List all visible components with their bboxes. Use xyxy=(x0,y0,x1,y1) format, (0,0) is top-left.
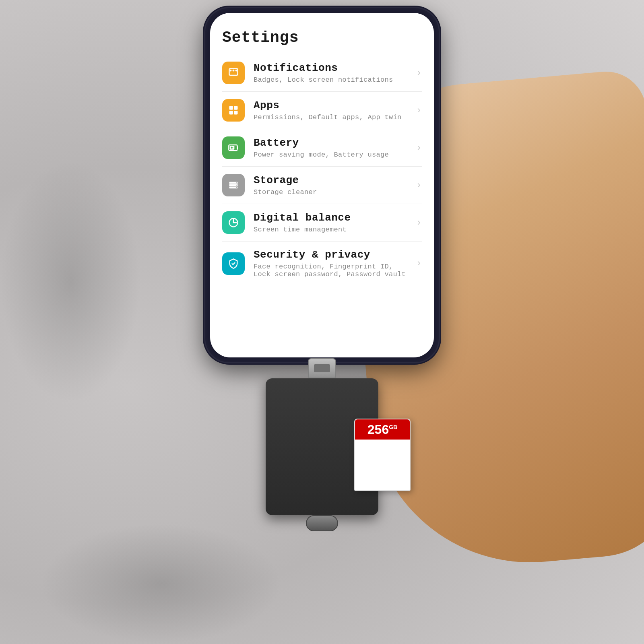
svg-rect-6 xyxy=(229,111,233,114)
svg-rect-4 xyxy=(229,106,233,110)
security-privacy-text: Security & privacy Face recognition, Fin… xyxy=(254,249,412,278)
settings-title: Settings xyxy=(222,29,422,46)
phone-device: Settings Notifications Badges, Lock scre… xyxy=(205,8,439,362)
svg-rect-7 xyxy=(234,111,237,114)
usb-reader: 256GB Memory Card xyxy=(266,358,378,531)
svg-point-16 xyxy=(236,187,237,188)
digital-balance-icon xyxy=(222,211,245,234)
svg-point-1 xyxy=(230,70,232,72)
security-privacy-icon xyxy=(222,252,245,275)
settings-item-digital-balance[interactable]: Digital balance Screen time management › xyxy=(222,204,422,242)
notifications-title: Notifications xyxy=(254,62,412,74)
background-shadow-bottom xyxy=(40,523,282,644)
memory-card-strip: 256GB xyxy=(355,419,410,440)
notifications-subtitle: Badges, Lock screen notifications xyxy=(254,76,412,84)
usb-c-connector xyxy=(306,515,338,531)
svg-rect-10 xyxy=(237,147,238,149)
svg-rect-5 xyxy=(234,106,237,110)
apps-icon xyxy=(222,99,245,122)
usb-connector-top xyxy=(308,358,336,378)
battery-subtitle: Power saving mode, Battery usage xyxy=(254,151,412,159)
notifications-chevron: › xyxy=(416,68,422,78)
svg-point-2 xyxy=(233,70,235,72)
notifications-text: Notifications Badges, Lock screen notifi… xyxy=(254,62,412,84)
memory-card-white-area xyxy=(355,440,410,491)
apps-chevron: › xyxy=(416,105,422,116)
battery-icon xyxy=(222,136,245,159)
settings-item-security-privacy[interactable]: Security & privacy Face recognition, Fin… xyxy=(222,242,422,285)
apps-text: Apps Permissions, Default apps, App twin xyxy=(254,99,412,121)
storage-title: Storage xyxy=(254,174,412,186)
svg-point-14 xyxy=(236,182,237,183)
background-shadow-left xyxy=(0,161,141,402)
storage-text: Storage Storage cleaner xyxy=(254,174,412,196)
digital-balance-text: Digital balance Screen time management xyxy=(254,212,412,233)
svg-point-3 xyxy=(235,70,237,72)
settings-item-battery[interactable]: Battery Power saving mode, Battery usage… xyxy=(222,129,422,167)
security-privacy-title: Security & privacy xyxy=(254,249,412,261)
settings-list: Notifications Badges, Lock screen notifi… xyxy=(222,54,422,285)
battery-text: Battery Power saving mode, Battery usage xyxy=(254,137,412,159)
settings-screen: Settings Notifications Badges, Lock scre… xyxy=(210,13,434,357)
digital-balance-chevron: › xyxy=(416,217,422,228)
storage-icon xyxy=(222,174,245,196)
memory-card: 256GB Memory Card xyxy=(354,419,411,491)
phone-wrapper: Settings Notifications Badges, Lock scre… xyxy=(185,8,459,370)
settings-item-notifications[interactable]: Notifications Badges, Lock screen notifi… xyxy=(222,54,422,92)
battery-chevron: › xyxy=(416,142,422,153)
settings-item-apps[interactable]: Apps Permissions, Default apps, App twin… xyxy=(222,92,422,129)
storage-subtitle: Storage cleaner xyxy=(254,188,412,196)
digital-balance-title: Digital balance xyxy=(254,212,412,224)
memory-card-size: 256GB xyxy=(367,422,397,437)
security-privacy-subtitle: Face recognition, Fingerprint ID, Lock s… xyxy=(254,263,412,278)
storage-chevron: › xyxy=(416,180,422,191)
phone-screen: Settings Notifications Badges, Lock scre… xyxy=(210,13,434,357)
security-privacy-chevron: › xyxy=(416,258,422,269)
notifications-icon xyxy=(222,62,245,84)
battery-title: Battery xyxy=(254,137,412,149)
digital-balance-subtitle: Screen time management xyxy=(254,226,412,233)
apps-title: Apps xyxy=(254,99,412,111)
svg-point-15 xyxy=(236,185,237,186)
apps-subtitle: Permissions, Default apps, App twin xyxy=(254,114,412,121)
settings-item-storage[interactable]: Storage Storage cleaner › xyxy=(222,167,422,204)
card-reader-body: 256GB Memory Card xyxy=(266,378,378,515)
